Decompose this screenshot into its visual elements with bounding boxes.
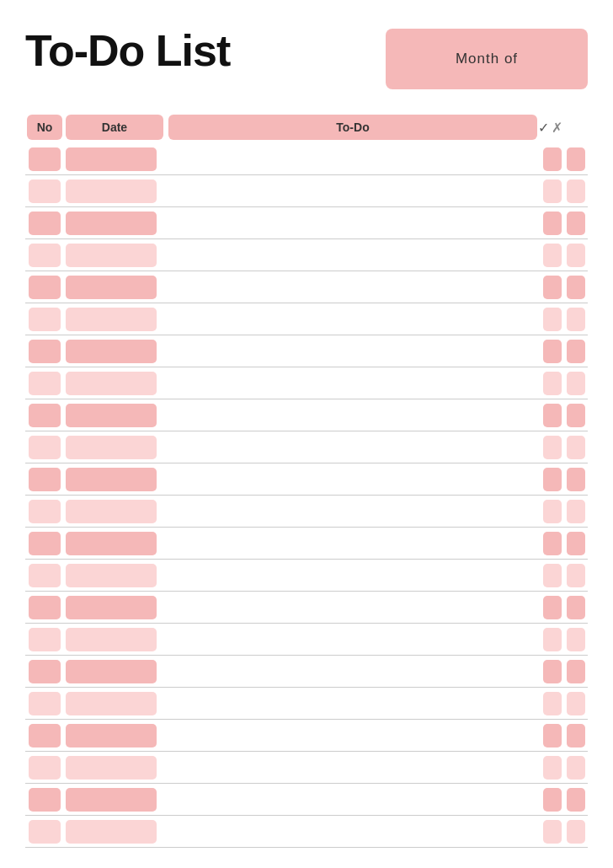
table-row[interactable] — [25, 239, 588, 271]
cell-x[interactable] — [564, 369, 588, 398]
cell-todo[interactable] — [165, 765, 541, 770]
cell-check[interactable] — [541, 689, 564, 718]
cell-check[interactable] — [541, 817, 564, 846]
table-row[interactable] — [25, 688, 588, 720]
cell-check[interactable] — [541, 369, 564, 398]
cell-todo[interactable] — [165, 733, 541, 738]
cell-check[interactable] — [541, 337, 564, 366]
cell-todo[interactable] — [165, 253, 541, 258]
month-box[interactable]: Month of — [386, 29, 588, 89]
cell-check[interactable] — [541, 305, 564, 334]
table-row[interactable] — [25, 367, 588, 399]
cell-x[interactable] — [564, 561, 588, 590]
table-row[interactable] — [25, 399, 588, 431]
cell-x[interactable] — [564, 433, 588, 462]
table-row[interactable] — [25, 624, 588, 656]
cell-check[interactable] — [541, 401, 564, 430]
cell-date[interactable] — [64, 625, 165, 654]
cell-date[interactable] — [64, 241, 165, 270]
table-row[interactable] — [25, 752, 588, 784]
cell-check[interactable] — [541, 497, 564, 526]
cell-x[interactable] — [564, 593, 588, 622]
cell-x[interactable] — [564, 177, 588, 206]
table-row[interactable] — [25, 560, 588, 592]
cell-check[interactable] — [541, 625, 564, 654]
cell-todo[interactable] — [165, 605, 541, 610]
cell-date[interactable] — [64, 273, 165, 302]
cell-check[interactable] — [541, 753, 564, 782]
cell-x[interactable] — [564, 465, 588, 494]
cell-x[interactable] — [564, 337, 588, 366]
cell-x[interactable] — [564, 721, 588, 750]
cell-date[interactable] — [64, 401, 165, 430]
cell-date[interactable] — [64, 593, 165, 622]
cell-check[interactable] — [541, 177, 564, 206]
cell-check[interactable] — [541, 529, 564, 558]
cell-date[interactable] — [64, 337, 165, 366]
cell-x[interactable] — [564, 753, 588, 782]
cell-date[interactable] — [64, 209, 165, 238]
table-row[interactable] — [25, 175, 588, 207]
cell-x[interactable] — [564, 241, 588, 270]
cell-date[interactable] — [64, 177, 165, 206]
cell-x[interactable] — [564, 401, 588, 430]
table-row[interactable] — [25, 207, 588, 239]
cell-todo[interactable] — [165, 285, 541, 290]
cell-x[interactable] — [564, 817, 588, 846]
cell-todo[interactable] — [165, 541, 541, 546]
cell-todo[interactable] — [165, 477, 541, 482]
cell-check[interactable] — [541, 433, 564, 462]
cell-check[interactable] — [541, 209, 564, 238]
cell-x[interactable] — [564, 689, 588, 718]
cell-date[interactable] — [64, 497, 165, 526]
table-row[interactable] — [25, 720, 588, 752]
cell-date[interactable] — [64, 529, 165, 558]
cell-date[interactable] — [64, 561, 165, 590]
cell-check[interactable] — [541, 241, 564, 270]
cell-check[interactable] — [541, 593, 564, 622]
cell-todo[interactable] — [165, 413, 541, 418]
table-row[interactable] — [25, 303, 588, 335]
table-row[interactable] — [25, 463, 588, 496]
cell-todo[interactable] — [165, 509, 541, 514]
table-row[interactable] — [25, 656, 588, 688]
table-row[interactable] — [25, 528, 588, 560]
cell-todo[interactable] — [165, 221, 541, 226]
cell-check[interactable] — [541, 785, 564, 814]
cell-todo[interactable] — [165, 669, 541, 674]
cell-todo[interactable] — [165, 317, 541, 322]
cell-date[interactable] — [64, 433, 165, 462]
cell-check[interactable] — [541, 273, 564, 302]
table-row[interactable] — [25, 271, 588, 303]
cell-x[interactable] — [564, 785, 588, 814]
cell-x[interactable] — [564, 273, 588, 302]
table-row[interactable] — [25, 335, 588, 367]
cell-date[interactable] — [64, 817, 165, 846]
cell-date[interactable] — [64, 465, 165, 494]
cell-x[interactable] — [564, 657, 588, 686]
cell-todo[interactable] — [165, 381, 541, 386]
table-row[interactable] — [25, 592, 588, 624]
cell-date[interactable] — [64, 305, 165, 334]
cell-x[interactable] — [564, 209, 588, 238]
cell-date[interactable] — [64, 753, 165, 782]
table-row[interactable] — [25, 816, 588, 848]
cell-x[interactable] — [564, 625, 588, 654]
cell-todo[interactable] — [165, 701, 541, 706]
cell-check[interactable] — [541, 145, 564, 174]
cell-date[interactable] — [64, 689, 165, 718]
cell-check[interactable] — [541, 721, 564, 750]
cell-todo[interactable] — [165, 157, 541, 162]
cell-todo[interactable] — [165, 829, 541, 834]
cell-date[interactable] — [64, 721, 165, 750]
cell-x[interactable] — [564, 145, 588, 174]
cell-date[interactable] — [64, 657, 165, 686]
table-row[interactable] — [25, 431, 588, 463]
cell-check[interactable] — [541, 465, 564, 494]
cell-date[interactable] — [64, 145, 165, 174]
table-row[interactable] — [25, 143, 588, 175]
cell-x[interactable] — [564, 529, 588, 558]
cell-date[interactable] — [64, 785, 165, 814]
table-row[interactable] — [25, 496, 588, 528]
table-row[interactable] — [25, 784, 588, 816]
